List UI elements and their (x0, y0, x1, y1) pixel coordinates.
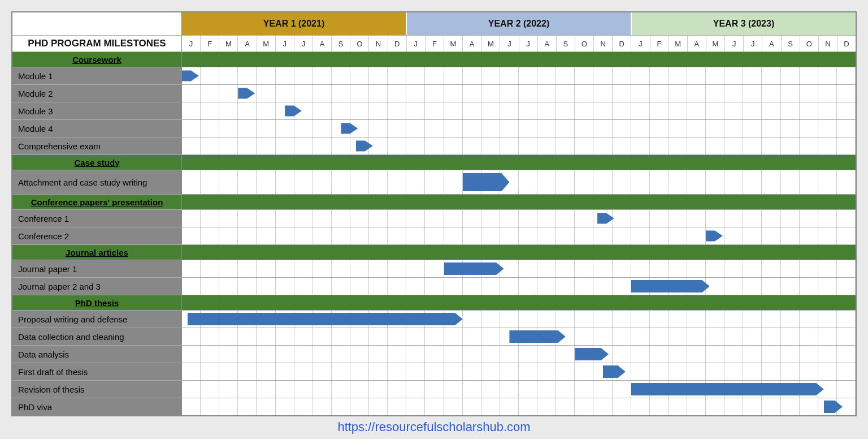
month-cell: A (762, 36, 781, 51)
month-cell: J (294, 36, 313, 51)
month-cell: D (613, 36, 631, 51)
month-cell: M (706, 36, 725, 51)
month-cell: F (426, 36, 444, 51)
grid (182, 210, 856, 227)
month-cell: M (257, 36, 276, 51)
grid (182, 137, 856, 154)
task-label: Proposal writing and defense (12, 311, 182, 328)
grid (182, 381, 856, 398)
year-header-row: YEAR 1 (2021) YEAR 2 (2022) YEAR 3 (2023… (12, 12, 856, 36)
grid (182, 363, 856, 380)
section-label: Journal articles (12, 245, 182, 260)
gantt-chart: YEAR 1 (2021) YEAR 2 (2022) YEAR 3 (2023… (11, 11, 857, 416)
task-label: PhD viva (12, 398, 182, 415)
grid (182, 260, 856, 277)
month-cell: O (800, 36, 819, 51)
section-label: Case study (12, 155, 182, 170)
gantt-bar (188, 313, 463, 326)
month-cell: N (819, 36, 837, 51)
task-row: Data collection and cleaning (12, 328, 856, 346)
grid (182, 328, 856, 345)
task-label: Conference 1 (12, 210, 182, 227)
grid (182, 346, 856, 363)
grid (182, 155, 856, 170)
month-cell: J (631, 36, 650, 51)
gantt-bar (631, 280, 710, 293)
month-cell: A (463, 36, 481, 51)
task-row: Journal paper 2 and 3 (12, 278, 856, 295)
year-header-spacer (12, 12, 182, 35)
task-label: Module 1 (12, 67, 182, 84)
task-row: Data analysis (12, 346, 856, 363)
task-row: Module 3 (12, 102, 856, 120)
month-cell: F (650, 36, 669, 51)
month-cell: J (500, 36, 519, 51)
section-label: Conference papers' presentation (12, 195, 182, 209)
month-cell: J (276, 36, 294, 51)
year-header-cells: YEAR 1 (2021) YEAR 2 (2022) YEAR 3 (2023… (182, 12, 856, 35)
task-row: First draft of thesis (12, 363, 856, 381)
task-label: Comprehensive exam (12, 137, 182, 154)
month-cell: A (538, 36, 557, 51)
grid (182, 227, 856, 244)
task-label: Module 2 (12, 85, 182, 102)
task-label: Attachment and case study writing (12, 170, 182, 194)
section-label: PhD thesis (12, 295, 182, 310)
grid (182, 67, 856, 84)
grid (182, 295, 856, 310)
year-1-header: YEAR 1 (2021) (182, 12, 407, 35)
grid (182, 120, 856, 137)
task-label: Revision of thesis (12, 381, 182, 398)
task-label: Module 4 (12, 120, 182, 137)
task-row: Conference 1 (12, 210, 856, 227)
task-label: Journal paper 2 and 3 (12, 278, 182, 295)
month-cell: S (332, 36, 350, 51)
section-header: Conference papers' presentation (12, 195, 856, 210)
section-header: Coursework (12, 52, 856, 67)
task-row: Comprehensive exam (12, 137, 856, 155)
task-row: Module 1 (12, 67, 856, 85)
gantt-bar (463, 173, 510, 191)
month-cell: M (481, 36, 500, 51)
task-row: PhD viva (12, 398, 856, 415)
grid (182, 102, 856, 119)
task-label: Module 3 (12, 102, 182, 119)
grid (182, 398, 856, 415)
gantt-bar (444, 262, 504, 276)
task-label: Data analysis (12, 346, 182, 363)
grid (182, 85, 856, 102)
gantt-bar (631, 383, 824, 396)
task-label: Conference 2 (12, 227, 182, 244)
month-cell: A (688, 36, 706, 51)
task-row: Conference 2 (12, 227, 856, 245)
month-cell: M (669, 36, 688, 51)
month-header-cells: JFMAMJJASONDJFMAMJJASONDJFMAMJJASOND (182, 36, 856, 51)
year-3-header: YEAR 3 (2023) (632, 12, 856, 35)
section-label: Coursework (12, 52, 182, 67)
grid (182, 195, 856, 209)
month-cell: O (350, 36, 369, 51)
year-2-header: YEAR 2 (2022) (407, 12, 632, 35)
month-cell: J (744, 36, 762, 51)
month-cell: M (444, 36, 463, 51)
month-cell: O (575, 36, 594, 51)
grid (182, 278, 856, 295)
task-row: Attachment and case study writing (12, 170, 856, 195)
month-cell: S (782, 36, 800, 51)
month-cell: J (519, 36, 538, 51)
task-row: Module 2 (12, 85, 856, 102)
month-cell: J (182, 36, 201, 51)
section-header: Journal articles (12, 245, 856, 260)
task-row: Journal paper 1 (12, 260, 856, 278)
task-label: Journal paper 1 (12, 260, 182, 277)
chart-title: PHD PROGRAM MILESTONES (12, 36, 182, 51)
footer: https://resourcefulscholarshub.com (11, 420, 857, 434)
month-cell: F (201, 36, 219, 51)
month-cell: N (594, 36, 613, 51)
task-label: First draft of thesis (12, 363, 182, 380)
month-cell: A (238, 36, 257, 51)
month-cell: N (369, 36, 388, 51)
month-header-row: PHD PROGRAM MILESTONES JFMAMJJASONDJFMAM… (12, 36, 856, 52)
footer-link[interactable]: https://resourcefulscholarshub.com (337, 420, 530, 434)
grid (182, 311, 856, 328)
